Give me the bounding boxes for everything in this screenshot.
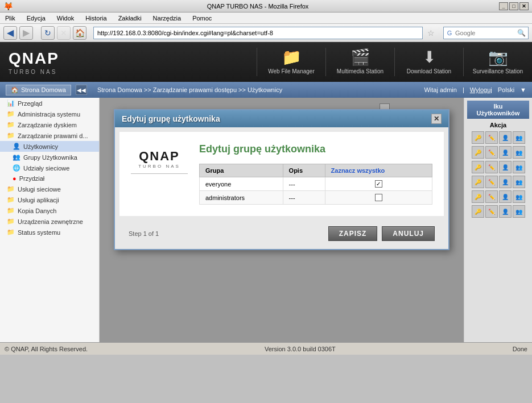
footer-buttons: ZAPISZ ANULUJ <box>328 226 435 241</box>
close-button[interactable]: ✕ <box>519 2 529 10</box>
sidebar-item-dysk[interactable]: 📁 Zarządzanie dyskiem <box>0 119 99 130</box>
restore-button[interactable]: □ <box>509 2 518 10</box>
sidebar-item-uslugi-aplikacji[interactable]: 📁 Usługi aplikacji <box>0 194 99 205</box>
breadcrumb-left: 🏠 Strona Domowa ◀◀ Strona Domowa >> Zarz… <box>6 85 282 95</box>
action-icon-edit-2[interactable]: ✏️ <box>485 146 498 159</box>
action-icon-group-5[interactable]: 👥 <box>513 190 525 203</box>
back-button[interactable]: ◀ <box>3 26 17 40</box>
address-bar[interactable]: http://192.168.0.3:8080/cgi-bin/index.cg… <box>93 27 423 39</box>
cell-check-1[interactable]: ✓ <box>325 177 432 191</box>
menu-help[interactable]: Pomoc <box>189 14 215 23</box>
home-button-breadcrumb[interactable]: 🏠 Strona Domowa <box>6 85 71 95</box>
action-icon-key-1[interactable]: 🔑 <box>472 131 484 144</box>
lang-arrow[interactable]: ▼ <box>520 86 526 93</box>
breadcrumb-bar: 🏠 Strona Domowa ◀◀ Strona Domowa >> Zarz… <box>0 82 532 98</box>
sidebar-item-urzadzenia[interactable]: 📁 Urządzenia zewnętrzne <box>0 216 99 227</box>
action-icon-key-5[interactable]: 🔑 <box>472 190 484 203</box>
menu-tools[interactable]: Narzędzia <box>150 14 184 23</box>
sidebar-label-grupy: Grupy Użytkownika <box>23 154 77 161</box>
sidebar-item-kopia[interactable]: 📁 Kopia Danych <box>0 205 99 216</box>
nav-divider-3 <box>394 48 395 76</box>
sidebar-item-grupy[interactable]: 👥 Grupy Użytkownika <box>0 152 99 163</box>
breadcrumb-right: Witaj admin | Wyloguj Polski ▼ <box>424 86 526 93</box>
menu-edit[interactable]: Edycja <box>24 14 48 23</box>
nav-label-2: Multimedia Station <box>337 68 383 74</box>
action-icon-user-4[interactable]: 👤 <box>499 176 512 188</box>
checkbox-administrators[interactable] <box>375 194 382 201</box>
cell-grupa-1: everyone <box>200 177 283 191</box>
action-icon-group-4[interactable]: 👥 <box>513 176 525 188</box>
search-bar: G 🔍 <box>443 27 529 39</box>
menu-history[interactable]: Historia <box>83 14 109 23</box>
col-header-grupa: Grupa <box>200 164 283 177</box>
breadcrumb-path: Strona Domowa >> Zarządzanie prawami dos… <box>97 86 282 93</box>
action-icon-user-6[interactable]: 👤 <box>499 205 512 218</box>
action-icon-group-2[interactable]: 👥 <box>513 146 525 159</box>
action-icon-key-2[interactable]: 🔑 <box>472 146 484 159</box>
menu-file[interactable]: Plik <box>2 14 18 23</box>
search-icon[interactable]: 🔍 <box>515 29 528 37</box>
nav-surveillance-station[interactable]: 📷 Surveillance Station <box>472 48 523 76</box>
nav-web-file-manager[interactable]: 📁 Web File Manager <box>266 48 317 76</box>
action-icon-group-1[interactable]: 👥 <box>513 131 525 144</box>
content-area: Edytuj grupę użytkownika ✕ QNAP TURBO NA… <box>100 98 464 342</box>
logout-link[interactable]: Wyloguj <box>470 86 492 93</box>
refresh-button[interactable]: ↻ <box>41 26 55 40</box>
action-icon-edit-4[interactable]: ✏️ <box>485 176 498 188</box>
save-button[interactable]: ZAPISZ <box>328 226 378 241</box>
step-indicator: Step 1 of 1 <box>129 230 159 237</box>
nav-download-station[interactable]: ⬇ Download Station <box>403 48 455 76</box>
sidebar-item-przeglad[interactable]: 📊 Przegląd <box>0 98 99 109</box>
dysk-icon: 📁 <box>7 121 15 128</box>
sidebar-label-dysk: Zarządzanie dyskiem <box>18 122 77 128</box>
action-icon-key-4[interactable]: 🔑 <box>472 176 484 188</box>
action-icon-group-6[interactable]: 👥 <box>513 205 525 218</box>
action-icon-edit-6[interactable]: ✏️ <box>485 205 498 218</box>
cancel-button[interactable]: ANULUJ <box>382 226 435 241</box>
sidebar-item-prawa[interactable]: 📁 Zarządzanie prawami d... <box>0 130 99 141</box>
sidebar-item-administracja[interactable]: 📁 Administracja systemu <box>0 109 99 119</box>
forward-button[interactable]: ▶ <box>19 26 33 40</box>
action-icon-group-3[interactable]: 👥 <box>513 161 525 173</box>
stop-button[interactable]: ✕ <box>57 26 71 40</box>
action-icon-edit-1[interactable]: ✏️ <box>485 131 498 144</box>
modal-footer: Step 1 of 1 ZAPISZ ANULUJ <box>117 221 446 247</box>
home-button[interactable]: 🏠 <box>73 26 86 40</box>
col-header-zaznacz[interactable]: Zaznacz wszystko <box>325 164 432 177</box>
action-icon-user-1[interactable]: 👤 <box>499 131 512 144</box>
modal-brand: QNAP <box>139 149 180 164</box>
menu-bookmarks[interactable]: Zakładki <box>116 14 145 23</box>
bookmark-star[interactable]: ☆ <box>425 27 436 39</box>
prawa-icon: 📁 <box>7 132 15 139</box>
modal-close-button[interactable]: ✕ <box>431 114 442 124</box>
table-row: everyone --- ✓ <box>200 177 432 191</box>
collapse-button[interactable]: ◀◀ <box>76 85 87 95</box>
action-icon-edit-3[interactable]: ✏️ <box>485 161 498 173</box>
sidebar-label-kopia: Kopia Danych <box>18 207 57 214</box>
action-icon-key-3[interactable]: 🔑 <box>472 161 484 173</box>
cell-grupa-2: administrators <box>200 191 283 205</box>
udzialy-icon: 🌐 <box>13 164 20 172</box>
logo-divider <box>131 173 188 174</box>
sidebar-item-udzialy[interactable]: 🌐 Udziały sieciowe <box>0 163 99 173</box>
checkbox-everyone[interactable]: ✓ <box>375 180 382 188</box>
action-icon-edit-5[interactable]: ✏️ <box>485 190 498 203</box>
app-nav: 📁 Web File Manager 🎬 Multimedia Station … <box>257 48 523 76</box>
sidebar-item-status[interactable]: 📁 Status systemu <box>0 227 99 238</box>
action-icon-user-5[interactable]: 👤 <box>499 190 512 203</box>
action-icon-key-6[interactable]: 🔑 <box>472 205 484 218</box>
nav-multimedia-station[interactable]: 🎬 Multimedia Station <box>335 48 386 76</box>
sidebar-item-uzytkownicy[interactable]: 👤 Użytkownicy <box>0 141 99 152</box>
search-input[interactable] <box>455 30 515 36</box>
modal-content-title: Edytuj grupę użytkownika <box>199 143 432 155</box>
sidebar-item-przydział[interactable]: ● Przydział <box>0 173 99 184</box>
cell-opis-2: --- <box>283 191 325 205</box>
action-icon-user-3[interactable]: 👤 <box>499 161 512 173</box>
action-icon-user-2[interactable]: 👤 <box>499 146 512 159</box>
menu-view[interactable]: Widok <box>54 14 77 23</box>
modal-logo: QNAP TURBO NAS <box>131 143 188 205</box>
sidebar-item-uslugi-sieciowe[interactable]: 📁 Usługi sieciowe <box>0 184 99 194</box>
cell-check-2[interactable] <box>325 191 432 205</box>
window-controls: _ □ ✕ <box>499 2 529 10</box>
minimize-button[interactable]: _ <box>499 2 508 10</box>
